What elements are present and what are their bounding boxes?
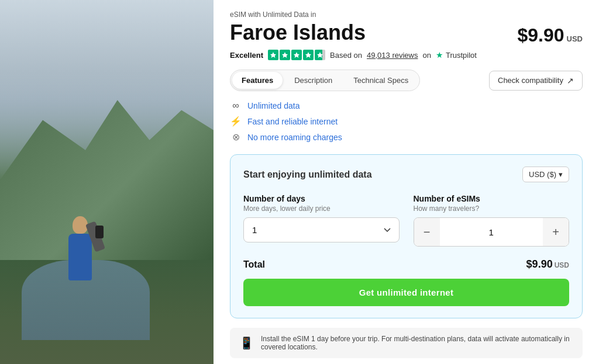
svg-marker-2 [294,52,300,58]
stars [268,50,325,60]
product-panel: eSIM with Unlimited Data in Faroe Island… [214,0,599,364]
increment-button[interactable]: + [543,218,569,246]
reviews-text: Based on [330,51,362,60]
feature-text-3: No more roaming charges [247,133,342,142]
total-price-value: $9.90 [526,258,553,271]
total-label: Total [243,259,265,270]
days-selector-group: Number of days More days, lower daily pr… [243,194,400,247]
decrement-button[interactable]: − [414,218,440,246]
days-select[interactable]: 1 3 7 14 30 [243,217,400,242]
info-banner: 📱 Install the eSIM 1 day before your tri… [230,328,583,358]
price-block: $9.90 USD [517,25,583,46]
esims-label: Number of eSIMs [414,194,570,203]
purchase-box-title: Start enjoying unlimited data [243,169,372,180]
trustpilot-label: Trustpilot [446,51,477,60]
sim-card-icon: 📱 [239,336,254,350]
infinity-icon: ∞ [230,100,242,111]
tab-description[interactable]: Description [285,72,342,89]
star-5 [315,50,325,60]
rating-row: Excellent Based on 49,013 reviews on ★ T… [230,50,583,60]
product-title: Faroe Islands [230,21,366,44]
tabs-row: Features Description Technical Specs Che… [230,70,583,91]
trustpilot: ★ Trustpilot [436,50,477,60]
total-price-currency: USD [555,261,569,269]
price-main: $9.90 [517,25,564,46]
check-compatibility-button[interactable]: Check compatibility ↗ [489,71,583,91]
star-2 [280,50,290,60]
person-figure [60,199,101,280]
price-currency: USD [567,34,583,43]
svg-marker-1 [282,52,288,58]
esims-selector-group: Number of eSIMs How many travelers? − 1 … [414,194,570,247]
lightning-icon: ⚡ [230,116,242,127]
feature-text-2: Fast and reliable internet [247,117,338,126]
star-4 [303,50,314,60]
svg-marker-3 [305,52,311,58]
feature-unlimited-data: ∞ Unlimited data [230,100,583,111]
days-sublabel: More days, lower daily price [243,204,400,213]
info-banner-text: Install the eSIM 1 day before your trip.… [261,335,573,351]
selectors-row: Number of days More days, lower daily pr… [243,194,569,247]
esim-label: eSIM with Unlimited Data in [230,11,583,19]
svg-marker-0 [270,52,276,58]
total-row: Total $9.90 USD [243,258,569,271]
total-price: $9.90 USD [526,258,569,271]
star-1 [268,50,278,60]
hero-image [0,0,214,364]
purchase-box-header: Start enjoying unlimited data USD ($) ▾ [243,167,569,182]
trustpilot-star-icon: ★ [436,50,443,60]
purchase-box: Start enjoying unlimited data USD ($) ▾ … [230,154,583,318]
external-link-icon: ↗ [567,76,574,85]
no-roaming-icon: ⊗ [230,131,242,143]
days-label: Number of days [243,194,400,203]
feature-fast-internet: ⚡ Fast and reliable internet [230,116,583,127]
buy-button[interactable]: Get unlimited internet [243,279,569,306]
reviews-link[interactable]: 49,013 reviews [367,51,418,60]
esim-stepper: − 1 + [414,217,570,247]
esims-sublabel: How many travelers? [414,204,570,213]
currency-selector[interactable]: USD ($) ▾ [522,167,569,182]
purchase-title-bold: unlimited data [308,169,371,179]
check-compat-label: Check compatibility [498,76,563,85]
svg-marker-4 [317,52,323,58]
feature-no-roaming: ⊗ No more roaming charges [230,131,583,143]
reviews-suffix: on [422,51,431,60]
product-header: Faroe Islands $9.90 USD [230,21,583,46]
feature-text-1: Unlimited data [247,101,300,110]
chevron-down-icon: ▾ [559,170,563,179]
tab-features[interactable]: Features [232,72,283,89]
star-3 [291,50,302,60]
rating-label: Excellent [230,51,263,60]
features-list: ∞ Unlimited data ⚡ Fast and reliable int… [230,100,583,143]
purchase-title-start: Start enjoying [243,169,306,179]
esim-count-value: 1 [440,227,543,237]
currency-label: USD ($) [529,170,556,179]
tab-technical-specs[interactable]: Technical Specs [344,72,418,89]
tabs-container: Features Description Technical Specs [230,70,420,91]
